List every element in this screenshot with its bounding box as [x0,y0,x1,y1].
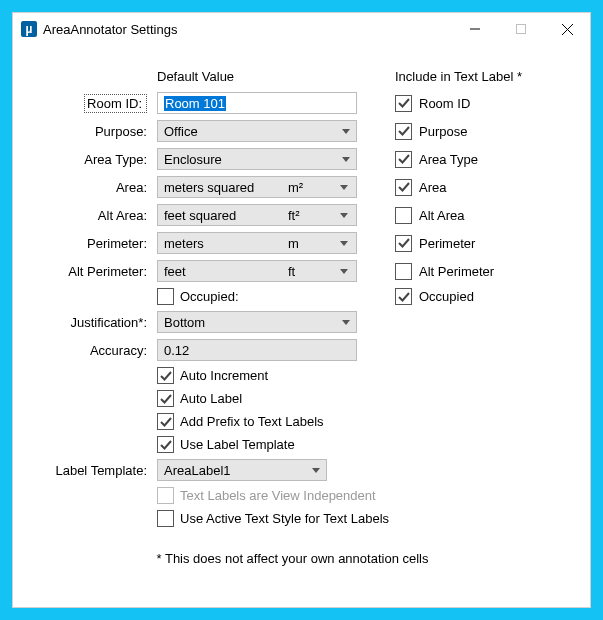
alt-perimeter-unit-abbr: ft [288,264,334,279]
label-accuracy: Accuracy: [23,343,153,358]
label-justification: Justification*: [23,315,153,330]
include-alt-area-checkbox[interactable] [395,207,412,224]
auto-label-checkbox[interactable] [157,390,174,407]
label-area-type: Area Type: [23,152,153,167]
include-area-checkbox[interactable] [395,179,412,196]
label-template-dropdown[interactable]: AreaLabel1 [157,459,327,481]
footer-note: * This does not affect your own annotati… [23,551,562,566]
justification-dropdown[interactable]: Bottom [157,311,357,333]
include-area-type-checkbox[interactable] [395,151,412,168]
chevron-down-icon [342,129,350,134]
occupied-checkbox[interactable] [157,288,174,305]
label-label-template: Label Template: [23,463,153,478]
chevron-down-icon [342,157,350,162]
maximize-icon [516,24,526,34]
perimeter-unit-name: meters [164,236,288,251]
active-text-style-checkbox[interactable] [157,510,174,527]
include-alt-area-label: Alt Area [419,208,579,223]
accuracy-input[interactable]: 0.12 [157,339,357,361]
room-id-value: Room 101 [164,96,226,111]
minimize-icon [470,24,480,34]
perimeter-unit-abbr: m [288,236,334,251]
include-purpose-checkbox[interactable] [395,123,412,140]
accuracy-value: 0.12 [164,343,189,358]
chevron-down-icon [340,213,348,218]
close-icon [562,24,573,35]
chevron-down-icon [340,185,348,190]
area-type-value: Enclosure [164,152,222,167]
room-id-input[interactable]: Room 101 [157,92,357,114]
label-purpose: Purpose: [23,124,153,139]
add-prefix-label: Add Prefix to Text Labels [180,414,324,429]
label-room-id: Room ID: [84,94,147,113]
chevron-down-icon [340,269,348,274]
alt-perimeter-unit-name: feet [164,264,288,279]
include-perimeter-checkbox[interactable] [395,235,412,252]
label-template-value: AreaLabel1 [164,463,231,478]
include-area-label: Area [419,180,579,195]
justification-value: Bottom [164,315,205,330]
form-content: Default Value Include in Text Label * Ro… [13,45,590,576]
purpose-dropdown[interactable]: Office [157,120,357,142]
include-room-id-label: Room ID [419,96,579,111]
include-occupied-label: Occupied [419,289,579,304]
area-unit-dropdown[interactable]: meters squared m² [157,176,357,198]
alt-area-unit-name: feet squared [164,208,288,223]
header-default-value: Default Value [157,69,357,86]
area-type-dropdown[interactable]: Enclosure [157,148,357,170]
app-icon: µ [21,21,37,37]
include-room-id-checkbox[interactable] [395,95,412,112]
alt-perimeter-unit-dropdown[interactable]: feet ft [157,260,357,282]
auto-increment-checkbox[interactable] [157,367,174,384]
add-prefix-checkbox[interactable] [157,413,174,430]
include-perimeter-label: Perimeter [419,236,579,251]
chevron-down-icon [340,241,348,246]
perimeter-unit-dropdown[interactable]: meters m [157,232,357,254]
titlebar: µ AreaAnnotator Settings [13,13,590,45]
area-unit-name: meters squared [164,180,288,195]
area-unit-abbr: m² [288,180,334,195]
view-independent-checkbox [157,487,174,504]
label-occupied: Occupied: [180,289,239,304]
label-area: Area: [23,180,153,195]
svg-rect-1 [517,25,526,34]
include-area-type-label: Area Type [419,152,579,167]
label-alt-perimeter: Alt Perimeter: [23,264,153,279]
view-independent-label: Text Labels are View Independent [180,488,376,503]
maximize-button [498,13,544,45]
alt-area-unit-abbr: ft² [288,208,334,223]
use-template-checkbox[interactable] [157,436,174,453]
purpose-value: Office [164,124,198,139]
include-purpose-label: Purpose [419,124,579,139]
label-perimeter: Perimeter: [23,236,153,251]
alt-area-unit-dropdown[interactable]: feet squared ft² [157,204,357,226]
settings-window: µ AreaAnnotator Settings Default Value I… [12,12,591,608]
include-alt-perimeter-checkbox[interactable] [395,263,412,280]
use-template-label: Use Label Template [180,437,295,452]
active-text-style-label: Use Active Text Style for Text Labels [180,511,389,526]
auto-label-label: Auto Label [180,391,242,406]
chevron-down-icon [312,468,320,473]
window-title: AreaAnnotator Settings [43,22,452,37]
minimize-button[interactable] [452,13,498,45]
chevron-down-icon [342,320,350,325]
label-alt-area: Alt Area: [23,208,153,223]
include-occupied-checkbox[interactable] [395,288,412,305]
include-alt-perimeter-label: Alt Perimeter [419,264,579,279]
auto-increment-label: Auto Increment [180,368,268,383]
header-include-in-label: Include in Text Label * [395,69,579,86]
close-button[interactable] [544,13,590,45]
